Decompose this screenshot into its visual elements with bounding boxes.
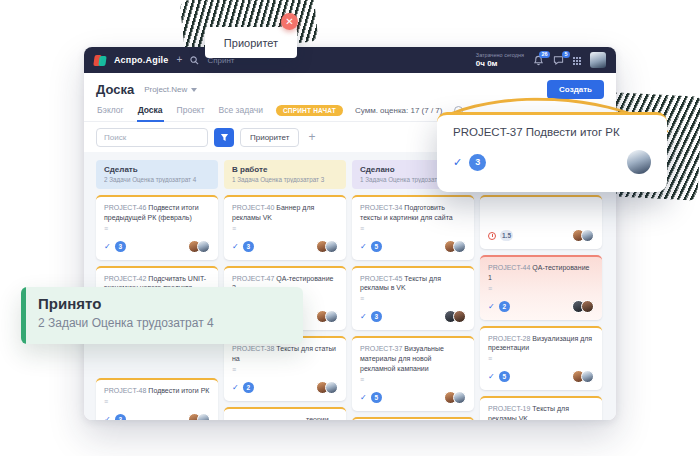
task-card[interactable]: PROJECT-28 Визуализация для презентации≡…	[480, 326, 602, 391]
task-footer: ✓5	[360, 240, 466, 253]
assignees	[316, 310, 338, 323]
estimate-badge: 3	[243, 241, 254, 252]
task-status-group: ✓3	[104, 241, 126, 252]
task-status-group: ✓5	[488, 371, 510, 382]
column-title: В работе	[232, 165, 338, 174]
task-card[interactable]: теории≡✓3	[224, 407, 346, 420]
messages-badge: 5	[562, 51, 570, 59]
description-icon: ≡	[360, 225, 466, 232]
task-code: PROJECT-40	[232, 204, 276, 211]
chevron-down-icon	[191, 88, 197, 92]
column-title: Сделать	[104, 165, 210, 174]
task-footer: ✓2	[232, 381, 338, 394]
deadline-clock-icon	[488, 232, 496, 240]
tab-all-tasks[interactable]: Все задачи	[218, 100, 264, 122]
task-title: теории	[232, 415, 338, 420]
app-window: Аспро.Agile + Спринт Затрачено сегодня 0…	[84, 47, 616, 420]
time-tracker-label: Затрачено сегодня	[476, 52, 524, 58]
estimate-badge: 3	[469, 154, 486, 171]
estimate-badge: 5	[371, 241, 382, 252]
description-icon: ≡	[232, 225, 338, 232]
create-button[interactable]: Создать	[547, 80, 604, 99]
tab-project[interactable]: Проект	[176, 100, 206, 122]
assignees	[188, 240, 210, 253]
search-input[interactable]	[96, 128, 208, 147]
assignees	[572, 300, 594, 313]
estimate-badge: 1.5	[500, 230, 513, 241]
check-icon: ✓	[232, 383, 239, 392]
messages-icon[interactable]: 5	[553, 55, 564, 66]
task-status-group: ✓5	[360, 392, 382, 403]
time-tracker-value: 0ч 0м	[476, 59, 524, 68]
task-card[interactable]: 1.5	[480, 195, 602, 249]
brand-name: Аспро.Agile	[114, 55, 169, 65]
column-header[interactable]: Сделать2 Задачи Оценка трудозатрат 4	[96, 160, 218, 189]
column-header[interactable]: В работе1 Задача Оценка трудозатрат 3	[224, 160, 346, 189]
task-card[interactable]: PROJECT-38 Тексты для статьи на≡✓2	[224, 336, 346, 401]
check-icon: ✓	[360, 312, 367, 321]
close-icon[interactable]: ✕	[281, 13, 298, 30]
task-code: PROJECT-37	[360, 345, 404, 352]
column-meta: 2 Задачи Оценка трудозатрат 4	[38, 316, 287, 330]
search-icon[interactable]	[190, 56, 199, 65]
task-card[interactable]: PROJECT-23 Итоги РК≡✓5	[352, 417, 474, 420]
avatar	[453, 240, 466, 253]
task-card[interactable]: PROJECT-48 Подвести итоги РК≡✓3	[96, 378, 218, 420]
task-title: PROJECT-38 Тексты для статьи на	[232, 344, 338, 364]
zoomed-task-card[interactable]: PROJECT-37 Подвести итог РК ✓ 3	[437, 112, 667, 192]
tab-board[interactable]: Доска	[137, 100, 164, 122]
description-icon: ≡	[232, 366, 338, 373]
task-card[interactable]: PROJECT-46 Подвести итоги предыдущей РК …	[96, 195, 218, 260]
covered-card-body	[488, 203, 594, 221]
task-footer: ✓3	[360, 310, 466, 323]
task-card[interactable]: PROJECT-37 Визуальные материалы для ново…	[352, 336, 474, 410]
description-icon: ≡	[488, 355, 594, 362]
check-icon: ✓	[360, 242, 367, 251]
avatar	[325, 310, 338, 323]
column-meta: 1 Задача Оценка трудозатрат 3	[232, 176, 338, 183]
assignees	[572, 370, 594, 383]
apps-grid-icon[interactable]	[573, 55, 581, 65]
top-navigation-bar: Аспро.Agile + Спринт Затрачено сегодня 0…	[84, 47, 616, 73]
notifications-bell-icon[interactable]: 26	[533, 55, 544, 66]
user-avatar[interactable]	[590, 52, 606, 68]
priority-filter-chip[interactable]: Приоритет	[240, 128, 299, 147]
task-card[interactable]: PROJECT-40 Баннер для рекламы VK≡✓3	[224, 195, 346, 260]
task-status-group: ✓2	[232, 382, 254, 393]
task-status-group: ✓3	[360, 311, 382, 322]
task-footer: ✓5	[360, 391, 466, 404]
sprint-summary: Сумм. оценка: 17 (7 / 7)	[355, 106, 443, 115]
task-code: PROJECT-44	[488, 264, 532, 271]
check-icon: ✓	[104, 242, 111, 251]
assignees	[316, 381, 338, 394]
task-card[interactable]: PROJECT-45 Тексты для рекламы в VK≡✓3	[352, 266, 474, 331]
task-title: PROJECT-37 Визуальные материалы для ново…	[360, 344, 466, 373]
check-icon: ✓	[488, 302, 495, 311]
task-card[interactable]: PROJECT-44 QA-тестирование 1≡✓2	[480, 255, 602, 320]
filter-button[interactable]	[214, 128, 234, 147]
estimate-badge: 5	[499, 371, 510, 382]
task-title: PROJECT-46 Подвести итоги предыдущей РК …	[104, 203, 210, 223]
column-meta: 2 Задачи Оценка трудозатрат 4	[104, 176, 210, 183]
sprint-status-badge: СПРИНТ НАЧАТ	[276, 105, 343, 116]
avatar	[581, 370, 594, 383]
avatar	[453, 310, 466, 323]
check-icon: ✓	[232, 242, 239, 251]
estimate-badge: 3	[115, 414, 126, 420]
assignees	[444, 391, 466, 404]
task-code: PROJECT-28	[488, 335, 532, 342]
project-name: Project.New	[144, 85, 187, 94]
task-title: PROJECT-34 Подготовить тексты и картинки…	[360, 203, 466, 223]
add-filter-button[interactable]: +	[305, 130, 318, 144]
tab-backlog[interactable]: Бэклог	[96, 100, 125, 122]
board-column: Принято2 Задачи Оценка трудозатрат 41.5P…	[480, 160, 602, 420]
avatar	[197, 240, 210, 253]
project-selector[interactable]: Project.New	[144, 85, 197, 94]
task-card[interactable]: PROJECT-34 Подготовить тексты и картинки…	[352, 195, 474, 260]
add-icon[interactable]: +	[177, 55, 183, 65]
time-tracker[interactable]: Затрачено сегодня 0ч 0м	[476, 52, 524, 68]
task-card[interactable]: PROJECT-19 Тексты для рекламы VK≡✓5	[480, 396, 602, 420]
avatar	[453, 391, 466, 404]
task-code: PROJECT-45	[360, 275, 404, 282]
task-code: PROJECT-42	[104, 275, 148, 282]
